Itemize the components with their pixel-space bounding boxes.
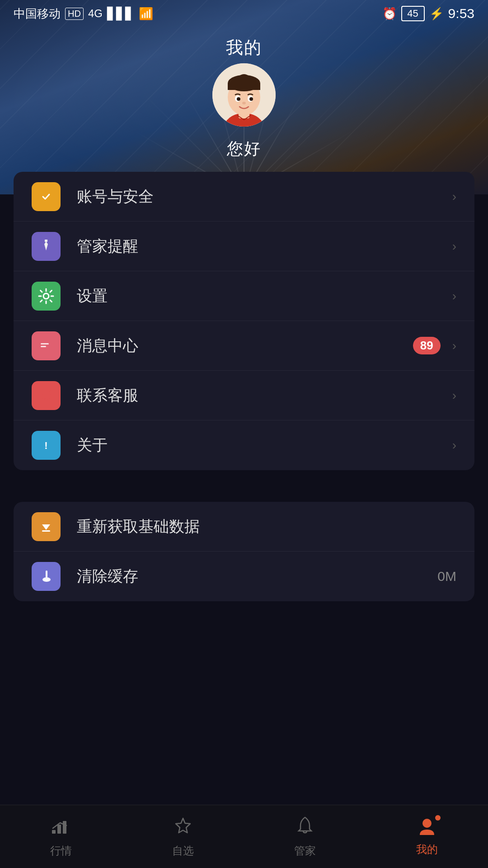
about-icon: ! <box>32 431 61 460</box>
svg-point-20 <box>41 389 51 399</box>
svg-rect-22 <box>50 395 52 399</box>
person-icon <box>416 817 438 837</box>
messages-chevron: › <box>452 339 456 353</box>
support-chevron: › <box>452 388 456 403</box>
market-label: 行情 <box>50 844 72 858</box>
butler-chevron: › <box>452 239 456 254</box>
about-label: 关于 <box>77 435 448 456</box>
svg-rect-18 <box>41 346 46 347</box>
settings-chevron: › <box>452 289 456 303</box>
menu-item-support[interactable]: 联系客服 › <box>14 371 474 420</box>
security-chevron: › <box>452 189 456 204</box>
menu-item-about[interactable]: ! 关于 › <box>14 420 474 470</box>
chart-icon <box>50 816 72 835</box>
clock: 9:53 <box>448 6 474 21</box>
gear-icon <box>38 288 55 305</box>
butler-right: › <box>448 239 456 254</box>
charging-icon: ⚡ <box>429 7 444 21</box>
svg-marker-19 <box>42 351 44 354</box>
mine-icon-wrapper <box>416 817 438 839</box>
status-bar: 中国移动 HD 4G ▋▋▋ 📶 ⏰ 45 ⚡ 9:53 <box>0 0 488 27</box>
cache-size: 0M <box>437 569 456 584</box>
star-icon <box>172 816 194 835</box>
svg-rect-34 <box>63 821 66 834</box>
about-right: › <box>448 438 456 453</box>
main-menu-card: 账号与安全 › 管家提醒 › 设置 › <box>14 172 474 470</box>
support-label: 联系客服 <box>77 385 448 406</box>
watchlist-label: 自选 <box>172 844 194 858</box>
messages-right: 89 › <box>413 337 456 354</box>
hd-badge: HD <box>65 8 84 20</box>
wifi-icon: 📶 <box>139 7 153 21</box>
about-chevron: › <box>452 438 456 453</box>
status-left: 中国移动 HD 4G ▋▋▋ 📶 <box>14 6 153 22</box>
svg-rect-21 <box>40 395 42 399</box>
bottom-nav: 行情 自选 管家 我的 <box>0 805 488 868</box>
alarm-icon: ⏰ <box>382 7 397 21</box>
info-icon: ! <box>38 437 55 454</box>
butler-label: 管家提醒 <box>77 236 448 257</box>
svg-rect-31 <box>44 579 49 581</box>
nav-item-butler[interactable]: 管家 <box>244 816 366 858</box>
butler-nav-label: 管家 <box>294 844 316 858</box>
status-right: ⏰ 45 ⚡ 9:53 <box>382 6 474 21</box>
svg-point-6 <box>238 74 250 85</box>
clear-cache-icon <box>32 562 61 591</box>
butler-nav-icon <box>294 816 316 840</box>
carrier-label: 中国移动 <box>14 6 61 22</box>
menu-item-clear-cache[interactable]: 清除缓存 0M <box>14 552 474 601</box>
svg-text:!: ! <box>44 440 47 451</box>
svg-rect-33 <box>57 825 61 834</box>
svg-point-10 <box>249 97 253 101</box>
svg-rect-16 <box>39 341 53 351</box>
svg-rect-29 <box>46 571 47 578</box>
settings-right: › <box>448 289 456 303</box>
broom-icon <box>38 568 55 585</box>
settings-label: 设置 <box>77 286 448 307</box>
settings-icon <box>32 282 61 311</box>
menu-item-refresh-data[interactable]: 重新获取基础数据 <box>14 502 474 552</box>
butler-icon <box>32 232 61 261</box>
clear-cache-label: 清除缓存 <box>77 566 437 587</box>
refresh-data-label: 重新获取基础数据 <box>77 516 456 537</box>
download-icon <box>38 518 55 535</box>
clear-cache-right: 0M <box>437 569 456 584</box>
nav-item-watchlist[interactable]: 自选 <box>122 816 244 858</box>
svg-rect-14 <box>45 240 47 242</box>
greeting-text: 您好 <box>0 138 488 160</box>
shield-check-icon <box>38 188 55 205</box>
avatar[interactable] <box>212 63 276 127</box>
message-icon <box>32 331 61 360</box>
market-icon <box>50 816 72 840</box>
svg-point-15 <box>43 293 49 299</box>
menu-item-butler[interactable]: 管家提醒 › <box>14 222 474 271</box>
headset-icon <box>38 387 55 404</box>
mine-active-dot <box>435 815 441 821</box>
menu-item-security[interactable]: 账号与安全 › <box>14 172 474 222</box>
svg-rect-27 <box>42 530 50 532</box>
watchlist-icon <box>172 816 194 840</box>
mine-label: 我的 <box>416 842 438 857</box>
svg-rect-17 <box>41 343 49 344</box>
refresh-data-icon <box>32 512 61 541</box>
network-label: 4G <box>88 7 103 20</box>
security-right: › <box>448 189 456 204</box>
signal-icon: ▋▋▋ <box>107 7 134 21</box>
support-right: › <box>448 388 456 403</box>
battery-indicator: 45 <box>401 6 425 21</box>
chat-icon <box>38 337 55 354</box>
menu-item-messages[interactable]: 消息中心 89 › <box>14 321 474 371</box>
messages-badge: 89 <box>413 337 441 354</box>
support-icon <box>32 381 61 410</box>
page-title: 我的 <box>0 36 488 59</box>
menu-item-settings[interactable]: 设置 › <box>14 271 474 321</box>
messages-label: 消息中心 <box>77 335 413 356</box>
nav-item-mine[interactable]: 我的 <box>366 817 488 857</box>
bell-icon <box>294 816 316 835</box>
security-icon <box>32 182 61 211</box>
svg-point-35 <box>422 819 432 828</box>
security-label: 账号与安全 <box>77 186 448 207</box>
svg-rect-32 <box>52 830 56 834</box>
nav-item-market[interactable]: 行情 <box>0 816 122 858</box>
extra-menu-card: 重新获取基础数据 清除缓存 0M <box>14 502 474 601</box>
